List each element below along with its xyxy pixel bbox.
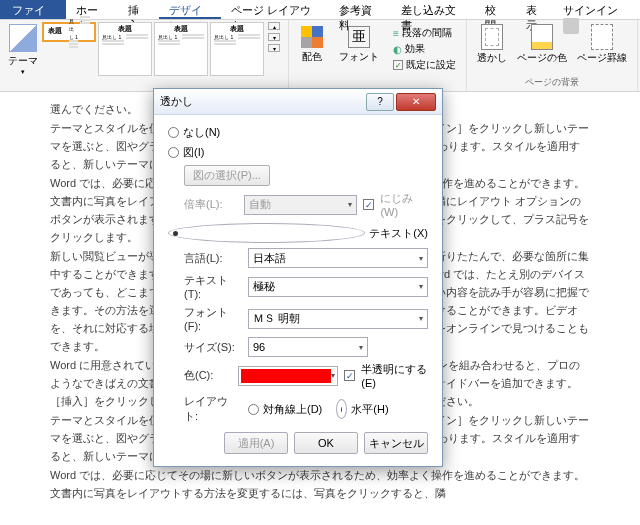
ok-button[interactable]: OK [294, 432, 358, 454]
apply-button[interactable]: 適用(A) [224, 432, 288, 454]
watermark-icon [481, 24, 503, 50]
tab-insert[interactable]: 挿入 [118, 0, 159, 19]
signin[interactable]: サインイン [557, 0, 640, 19]
help-button[interactable]: ? [366, 93, 394, 111]
gallery-more[interactable]: ▾ [268, 44, 280, 52]
size-select[interactable]: 96▾ [248, 337, 368, 357]
tab-review[interactable]: 校閲 [475, 0, 516, 19]
set-default[interactable]: ✓既定に設定 [393, 58, 456, 72]
page-color-button[interactable]: ページの色 [513, 22, 571, 67]
tab-layout[interactable]: ページ レイアウト [221, 0, 328, 19]
option-picture[interactable]: 図(I) [168, 145, 428, 160]
washout-checkbox [363, 199, 374, 210]
text-select[interactable]: 極秘▾ [248, 277, 428, 297]
page-borders-button[interactable]: ページ罫線 [573, 22, 631, 67]
layout-diagonal[interactable]: 対角線上(D) [248, 402, 322, 417]
fonts-button[interactable]: 亜フォント [333, 22, 385, 76]
style-item[interactable]: 表題見出し 1 [210, 22, 264, 76]
color-swatch [241, 369, 331, 383]
themes-button[interactable]: テーマ ▾ [6, 22, 40, 78]
themes-label: テーマ [8, 54, 38, 68]
text-label: テキスト(T): [184, 273, 242, 300]
doc-para: Word では、必要に応じてその場に新しいボタンが表示されるため、効率よく操作を… [50, 466, 590, 502]
radio-icon [336, 399, 347, 419]
dialog-title: 透かし [160, 94, 193, 109]
style-item[interactable]: 表題見出し 1 [98, 22, 152, 76]
tab-references[interactable]: 参考資料 [329, 0, 391, 19]
dialog-titlebar[interactable]: 透かし ? ✕ [154, 89, 442, 115]
style-item[interactable]: 表題見出し 1 [154, 22, 208, 76]
radio-icon [168, 223, 365, 243]
size-label: サイズ(S): [184, 340, 242, 355]
radio-icon [168, 147, 179, 158]
para-spacing[interactable]: ≡段落の間隔 [393, 26, 456, 40]
tab-view[interactable]: 表示 [516, 0, 557, 19]
tab-design[interactable]: デザイン [159, 0, 221, 19]
semitransparent-checkbox[interactable] [344, 370, 355, 381]
radio-icon [168, 127, 179, 138]
cancel-button[interactable]: キャンセル [364, 432, 428, 454]
colors-button[interactable]: 配色 [295, 22, 329, 76]
page-color-icon [531, 24, 553, 50]
close-button[interactable]: ✕ [396, 93, 436, 111]
radio-icon [248, 404, 259, 415]
language-label: 言語(L): [184, 251, 242, 266]
fonts-icon: 亜 [348, 26, 370, 48]
layout-horizontal[interactable]: 水平(H) [336, 399, 388, 419]
option-none[interactable]: なし(N) [168, 125, 428, 140]
page-bg-group-label: ページの背景 [473, 76, 631, 89]
font-select[interactable]: ＭＳ 明朝▾ [248, 309, 428, 329]
scale-select: 自動▾ [244, 195, 357, 215]
scale-label: 倍率(L): [184, 197, 238, 212]
language-select[interactable]: 日本語▾ [248, 248, 428, 268]
font-label: フォント(F): [184, 305, 242, 332]
gallery-up[interactable]: ▴ [268, 22, 280, 30]
effects[interactable]: ◐効果 [393, 42, 456, 56]
watermark-button[interactable]: 透かし [473, 22, 511, 67]
style-item[interactable]: 表題見出し 1 [42, 22, 96, 42]
themes-icon [9, 24, 37, 52]
watermark-dialog: 透かし ? ✕ なし(N) 図(I) 図の選択(P)... 倍率(L): 自動▾… [153, 88, 443, 467]
gallery-down[interactable]: ▾ [268, 33, 280, 41]
option-text[interactable]: テキスト(X) [168, 223, 428, 243]
ribbon-tabs: ファイル ホーム 挿入 デザイン ページ レイアウト 参考資料 差し込み文書 校… [0, 0, 640, 20]
ribbon: テーマ ▾ 表題見出し 1 表題見出し 1 表題見出し 1 表題見出し 1 ▴ … [0, 20, 640, 92]
color-select[interactable]: ▾ [238, 366, 338, 386]
colors-icon [301, 26, 323, 48]
tab-file[interactable]: ファイル [0, 0, 66, 19]
tab-mailings[interactable]: 差し込み文書 [391, 0, 474, 19]
layout-label: レイアウト: [184, 394, 242, 424]
style-gallery: 表題見出し 1 表題見出し 1 表題見出し 1 表題見出し 1 ▴ ▾ ▾ [42, 22, 282, 76]
page-borders-icon [591, 24, 613, 50]
color-label: 色(C): [184, 368, 232, 383]
select-picture-button: 図の選択(P)... [184, 165, 270, 186]
